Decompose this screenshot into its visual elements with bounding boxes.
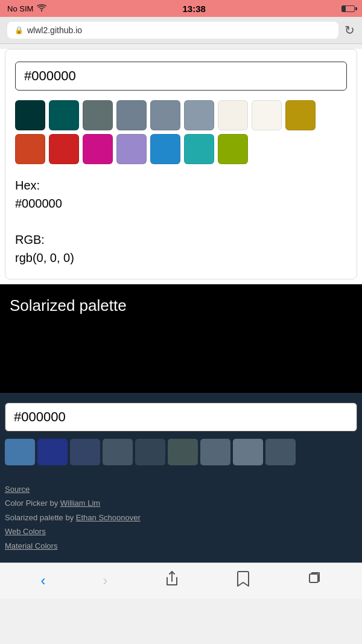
color-swatches: [15, 100, 347, 164]
ethan-schoonover-link[interactable]: Ethan Schoonover: [76, 513, 141, 522]
dark-swatch-9[interactable]: [265, 439, 296, 465]
dark-swatch-6[interactable]: [168, 439, 198, 465]
url-text: wlwl2.github.io: [27, 25, 82, 35]
swatch-6[interactable]: [184, 100, 214, 130]
forward-button[interactable]: ›: [95, 570, 115, 591]
battery-icon: [341, 5, 355, 12]
color-picker-white: Hex: #000000 RGB: rgb(0, 0, 0): [5, 49, 357, 279]
source-link[interactable]: Source: [5, 485, 30, 494]
swatch-1[interactable]: [15, 100, 45, 130]
swatch-14[interactable]: [150, 134, 180, 164]
web-colors-link[interactable]: Web Colors: [5, 527, 46, 536]
swatch-5[interactable]: [150, 100, 180, 130]
hex-input-dark[interactable]: [14, 409, 348, 425]
swatch-15[interactable]: [184, 134, 214, 164]
back-button[interactable]: ‹: [33, 570, 52, 591]
dark-color-picker: [0, 393, 362, 475]
hex-input-dark-wrapper[interactable]: [5, 403, 357, 432]
dark-swatch-5[interactable]: [135, 439, 165, 465]
swatch-8[interactable]: [252, 100, 282, 130]
swatch-12[interactable]: [83, 134, 113, 164]
footer: Source Color Picker by William Lim Solar…: [0, 475, 362, 563]
bookmark-button[interactable]: [229, 568, 257, 593]
palette-title: Solarized palette: [10, 296, 352, 315]
credit-color-picker: Color Picker by William Lim: [5, 496, 357, 510]
main-content: Hex: #000000 RGB: rgb(0, 0, 0) Solarized…: [0, 49, 362, 563]
address-bar: 🔒 wlwl2.github.io ↻: [0, 17, 362, 44]
status-left: No SIM: [7, 4, 46, 13]
status-bar: No SIM 13:38: [0, 0, 362, 17]
rgb-value: rgb(0, 0, 0): [15, 251, 74, 264]
wifi-icon: [37, 4, 46, 13]
dark-swatch-2[interactable]: [37, 439, 68, 465]
color-info: Hex: #000000 RGB: rgb(0, 0, 0): [15, 176, 347, 267]
william-lim-link[interactable]: William Lim: [60, 499, 100, 508]
solarized-section: Solarized palette: [0, 284, 362, 393]
swatch-7[interactable]: [218, 100, 248, 130]
dark-swatch-4[interactable]: [103, 439, 133, 465]
hex-input-wrapper[interactable]: [15, 62, 347, 91]
status-time: 13:38: [182, 4, 205, 14]
rgb-label: RGB: rgb(0, 0, 0): [15, 231, 347, 267]
swatch-10[interactable]: [15, 134, 45, 164]
status-right: [341, 5, 355, 12]
browser-nav: ‹ ›: [0, 563, 362, 599]
hex-label: Hex: #000000: [15, 176, 347, 212]
dark-swatch-1[interactable]: [5, 439, 35, 465]
swatch-4[interactable]: [116, 100, 147, 130]
tabs-button[interactable]: [300, 569, 329, 592]
swatch-3[interactable]: [83, 100, 113, 130]
hex-input[interactable]: [24, 68, 338, 84]
material-colors-link[interactable]: Material Colors: [5, 541, 57, 550]
carrier-label: No SIM: [7, 4, 33, 13]
svg-rect-1: [310, 574, 318, 582]
dark-swatch-3[interactable]: [70, 439, 100, 465]
dark-swatches: [5, 439, 357, 465]
lock-icon: 🔒: [14, 26, 24, 34]
swatch-16[interactable]: [218, 134, 248, 164]
share-button[interactable]: [157, 568, 186, 593]
swatch-11[interactable]: [49, 134, 79, 164]
swatch-2[interactable]: [49, 100, 79, 130]
swatch-9[interactable]: [285, 100, 316, 130]
dark-swatch-7[interactable]: [200, 439, 230, 465]
credit-solarized: Solarized palette by Ethan Schoonover: [5, 511, 357, 524]
swatch-13[interactable]: [116, 134, 147, 164]
dark-swatch-8[interactable]: [233, 439, 263, 465]
url-bar[interactable]: 🔒 wlwl2.github.io: [7, 22, 338, 39]
hex-value: #000000: [15, 197, 62, 210]
reload-button[interactable]: ↻: [345, 23, 355, 37]
